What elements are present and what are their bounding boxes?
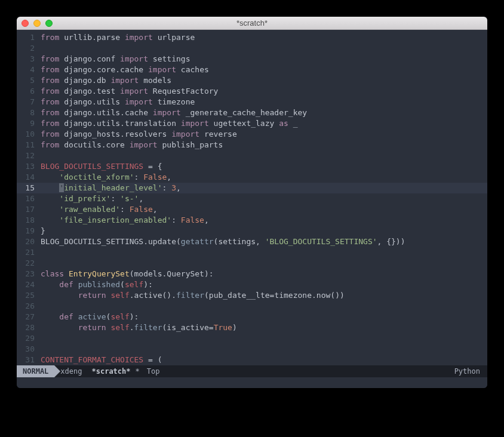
code-content[interactable]: CONTENT_FORMAT_CHOICES = ( (39, 355, 487, 365)
line-number: 14 (17, 172, 39, 183)
code-content[interactable] (39, 258, 487, 269)
code-line[interactable]: 11from docutils.core import publish_part… (17, 140, 487, 150)
code-content[interactable]: def active(self): (39, 312, 487, 322)
code-content[interactable] (39, 333, 487, 344)
code-line[interactable]: 15 'initial_header_level': 3, (17, 183, 487, 193)
code-content[interactable]: from django_hosts.resolvers import rever… (39, 129, 487, 140)
line-number: 15 (17, 183, 39, 193)
code-content[interactable] (39, 150, 487, 161)
editor-window: *scratch* 1from urllib.parse import urlp… (17, 17, 487, 388)
code-line[interactable]: 5from django.db import models (17, 75, 487, 86)
code-content[interactable]: BLOG_DOCUTILS_SETTINGS = { (39, 161, 487, 172)
code-editor[interactable]: 1from urllib.parse import urlparse23from… (17, 30, 487, 365)
code-line[interactable]: 23class EntryQuerySet(models.QuerySet): (17, 269, 487, 279)
line-number: 11 (17, 140, 39, 150)
line-number: 1 (17, 32, 39, 43)
code-line[interactable]: 31CONTENT_FORMAT_CHOICES = ( (17, 355, 487, 365)
code-line[interactable]: 20BLOG_DOCUTILS_SETTINGS.update(getattr(… (17, 236, 487, 247)
code-content[interactable]: class EntryQuerySet(models.QuerySet): (39, 269, 487, 279)
code-content[interactable]: def published(self): (39, 279, 487, 290)
code-line[interactable]: 27 def active(self): (17, 312, 487, 322)
code-line[interactable]: 7from django.utils import timezone (17, 97, 487, 107)
code-line[interactable]: 19} (17, 226, 487, 236)
line-number: 22 (17, 258, 39, 269)
minibuffer[interactable] (17, 377, 487, 388)
line-number: 30 (17, 344, 39, 355)
line-number: 2 (17, 43, 39, 54)
line-number: 26 (17, 301, 39, 312)
code-line[interactable]: 8from django.utils.cache import _generat… (17, 107, 487, 118)
code-line[interactable]: 1from urllib.parse import urlparse (17, 32, 487, 43)
code-content[interactable] (39, 43, 487, 54)
line-number: 28 (17, 322, 39, 333)
code-content[interactable]: from django.test import RequestFactory (39, 86, 487, 97)
code-line[interactable]: 25 return self.active().filter(pub_date_… (17, 290, 487, 301)
line-number: 5 (17, 75, 39, 86)
code-content[interactable]: from django.core.cache import caches (39, 64, 487, 75)
line-number: 12 (17, 150, 39, 161)
line-number: 6 (17, 86, 39, 97)
line-number: 8 (17, 107, 39, 118)
code-line[interactable]: 2 (17, 43, 487, 54)
code-content[interactable]: from django.conf import settings (39, 54, 487, 64)
code-content[interactable]: 'initial_header_level': 3, (39, 183, 487, 193)
line-number: 23 (17, 269, 39, 279)
line-number: 20 (17, 236, 39, 247)
code-content[interactable]: from urllib.parse import urlparse (39, 32, 487, 43)
code-line[interactable]: 28 return self.filter(is_active=True) (17, 322, 487, 333)
code-line[interactable]: 14 'doctitle_xform': False, (17, 172, 487, 183)
line-number: 17 (17, 204, 39, 215)
code-content[interactable]: 'file_insertion_enabled': False, (39, 215, 487, 226)
code-line[interactable]: 22 (17, 258, 487, 269)
code-content[interactable] (39, 247, 487, 258)
line-number: 16 (17, 193, 39, 204)
line-number: 29 (17, 333, 39, 344)
code-content[interactable]: return self.filter(is_active=True) (39, 322, 487, 333)
modeline-modified: * (134, 367, 141, 376)
code-line[interactable]: 12 (17, 150, 487, 161)
line-number: 21 (17, 247, 39, 258)
code-line[interactable]: 30 (17, 344, 487, 355)
code-content[interactable]: BLOG_DOCUTILS_SETTINGS.update(getattr(se… (39, 236, 487, 247)
code-line[interactable]: 18 'file_insertion_enabled': False, (17, 215, 487, 226)
code-line[interactable]: 21 (17, 247, 487, 258)
code-content[interactable] (39, 344, 487, 355)
titlebar[interactable]: *scratch* (17, 17, 487, 30)
line-number: 4 (17, 64, 39, 75)
code-line[interactable]: 16 'id_prefix': 's-', (17, 193, 487, 204)
code-content[interactable]: from django.utils.cache import _generate… (39, 107, 487, 118)
modeline: NORMAL xdeng *scratch* * Top Python (17, 365, 487, 377)
code-content[interactable]: from django.db import models (39, 75, 487, 86)
code-line[interactable]: 6from django.test import RequestFactory (17, 86, 487, 97)
code-content[interactable]: 'doctitle_xform': False, (39, 172, 487, 183)
code-line[interactable]: 17 'raw_enabled': False, (17, 204, 487, 215)
code-line[interactable]: 9from django.utils.translation import ug… (17, 118, 487, 129)
line-number: 7 (17, 97, 39, 107)
line-number: 31 (17, 355, 39, 365)
line-number: 10 (17, 129, 39, 140)
code-line[interactable]: 26 (17, 301, 487, 312)
code-line[interactable]: 3from django.conf import settings (17, 54, 487, 64)
vim-mode-indicator: NORMAL (17, 365, 54, 377)
code-content[interactable]: 'raw_enabled': False, (39, 204, 487, 215)
code-content[interactable]: } (39, 226, 487, 236)
code-line[interactable]: 24 def published(self): (17, 279, 487, 290)
code-content[interactable]: from django.utils import timezone (39, 97, 487, 107)
line-number: 24 (17, 279, 39, 290)
code-content[interactable]: return self.active().filter(pub_date__lt… (39, 290, 487, 301)
window-title: *scratch* (17, 19, 487, 27)
code-content[interactable]: from docutils.core import publish_parts (39, 140, 487, 150)
code-content[interactable]: 'id_prefix': 's-', (39, 193, 487, 204)
code-content[interactable] (39, 301, 487, 312)
line-number: 13 (17, 161, 39, 172)
modeline-position: Top (141, 367, 166, 376)
modeline-major-mode: Python (454, 367, 487, 376)
code-content[interactable]: from django.utils.translation import uge… (39, 118, 487, 129)
code-line[interactable]: 29 (17, 333, 487, 344)
line-number: 18 (17, 215, 39, 226)
line-number: 19 (17, 226, 39, 236)
code-line[interactable]: 4from django.core.cache import caches (17, 64, 487, 75)
code-line[interactable]: 13BLOG_DOCUTILS_SETTINGS = { (17, 161, 487, 172)
line-number: 3 (17, 54, 39, 64)
code-line[interactable]: 10from django_hosts.resolvers import rev… (17, 129, 487, 140)
